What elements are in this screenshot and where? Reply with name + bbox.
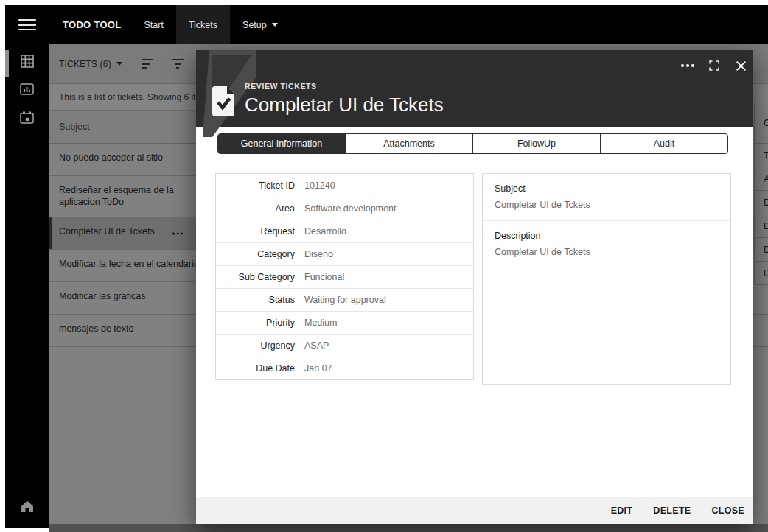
nav-item-start[interactable]: Start bbox=[132, 5, 176, 44]
ticket-document-check-icon bbox=[211, 85, 236, 116]
field-row: Ticket ID 101240 bbox=[216, 174, 473, 197]
modal-header-actions bbox=[681, 59, 747, 72]
more-options-icon[interactable] bbox=[681, 59, 694, 72]
chevron-down-icon bbox=[272, 23, 278, 27]
tabbar-divider bbox=[196, 158, 753, 158]
app-window: TODO TOOL Start Tickets Setup TICK bbox=[0, 0, 768, 532]
top-nav: TODO TOOL Start Tickets Setup bbox=[5, 5, 768, 44]
field-row: Request Desarrollo bbox=[216, 220, 473, 242]
field-label: Status bbox=[216, 295, 304, 305]
field-label: Request bbox=[216, 226, 304, 237]
delete-button[interactable]: DELETE bbox=[653, 505, 691, 516]
field-value: Funcional bbox=[304, 272, 344, 282]
field-value: Software development bbox=[304, 203, 396, 214]
app-title: TODO TOOL bbox=[63, 19, 122, 30]
field-value: 101240 bbox=[304, 181, 335, 191]
field-label: Category bbox=[216, 249, 304, 259]
nav-items: Start Tickets Setup bbox=[132, 5, 290, 44]
nav-item-setup[interactable]: Setup bbox=[230, 5, 290, 44]
modal-header-text: REVIEW TICKETS Completar UI de Tckets bbox=[245, 82, 444, 116]
field-row: Due Date Jan 07 bbox=[216, 357, 473, 379]
field-row: Sub Category Funcional bbox=[216, 265, 473, 288]
detail-value: Completar UI de Tckets bbox=[495, 247, 719, 257]
calendar-icon[interactable] bbox=[5, 106, 49, 128]
home-icon[interactable] bbox=[5, 495, 49, 517]
detail-section-subject: Subject Completar UI de Tckets bbox=[483, 174, 730, 220]
hamburger-menu-icon[interactable] bbox=[18, 19, 36, 31]
field-label: Due Date bbox=[216, 363, 304, 374]
close-icon[interactable] bbox=[734, 59, 747, 72]
field-label: Area bbox=[216, 203, 304, 214]
ticket-fields-panel: Ticket ID 101240 Area Software developme… bbox=[215, 173, 474, 380]
apps-grid-icon[interactable] bbox=[5, 50, 49, 72]
detail-value: Completar UI de Tckets bbox=[495, 200, 719, 210]
detail-label: Description bbox=[495, 231, 719, 241]
modal-title: Completar UI de Tckets bbox=[245, 94, 444, 116]
detail-label: Subject bbox=[495, 183, 719, 194]
detail-section-description: Description Completar UI de Tckets bbox=[483, 220, 730, 267]
field-row: Category Diseño bbox=[216, 242, 473, 265]
field-label: Sub Category bbox=[216, 272, 304, 282]
modal-header: REVIEW TICKETS Completar UI de Tckets bbox=[196, 50, 753, 127]
ticket-detail-panel: Subject Completar UI de Tckets Descripti… bbox=[482, 173, 731, 385]
field-row: Status Waiting for approval bbox=[216, 288, 473, 311]
nav-item-setup-label: Setup bbox=[242, 20, 267, 30]
field-row: Area Software development bbox=[216, 197, 473, 220]
modal-tabs: General Information Attachments FollowUp… bbox=[217, 133, 728, 154]
field-label: Urgency bbox=[216, 340, 304, 351]
tab-audit[interactable]: Audit bbox=[600, 134, 727, 153]
field-row: Priority Medium bbox=[216, 311, 473, 334]
field-value: Waiting for approval bbox=[304, 295, 386, 305]
left-sidebar bbox=[5, 44, 49, 528]
field-label: Ticket ID bbox=[216, 181, 304, 191]
field-value: Diseño bbox=[304, 249, 333, 259]
field-value: Medium bbox=[304, 318, 337, 328]
fullscreen-icon[interactable] bbox=[708, 59, 721, 72]
tab-followup[interactable]: FollowUp bbox=[472, 134, 600, 153]
field-value: Jan 07 bbox=[304, 363, 332, 374]
edit-button[interactable]: EDIT bbox=[611, 505, 633, 516]
tab-attachments[interactable]: Attachments bbox=[345, 134, 472, 153]
field-value: ASAP bbox=[304, 340, 329, 351]
ticket-detail-modal: REVIEW TICKETS Completar UI de Tckets Ge… bbox=[196, 50, 753, 524]
bar-chart-icon[interactable] bbox=[5, 78, 49, 100]
field-value: Desarrollo bbox=[304, 226, 346, 237]
nav-item-tickets[interactable]: Tickets bbox=[176, 5, 230, 44]
modal-kicker: REVIEW TICKETS bbox=[245, 82, 444, 91]
field-label: Priority bbox=[216, 318, 304, 328]
modal-footer: EDIT DELETE CLOSE bbox=[196, 497, 753, 524]
field-row: Urgency ASAP bbox=[216, 334, 473, 357]
close-button[interactable]: CLOSE bbox=[711, 505, 744, 516]
